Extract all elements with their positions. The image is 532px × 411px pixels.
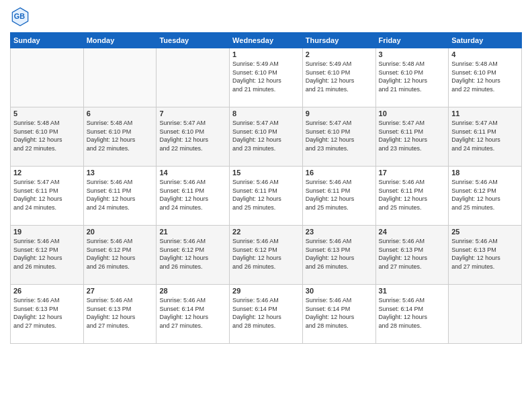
calendar-cell: [157, 48, 230, 107]
day-number: 12: [13, 169, 81, 177]
calendar-cell: 20Sunrise: 5:46 AM Sunset: 6:12 PM Dayli…: [83, 226, 157, 285]
calendar-cell: 10Sunrise: 5:47 AM Sunset: 6:11 PM Dayli…: [375, 107, 449, 167]
calendar-week-4: 19Sunrise: 5:46 AM Sunset: 6:12 PM Dayli…: [11, 226, 522, 285]
day-number: 29: [232, 287, 300, 295]
day-number: 3: [379, 50, 446, 58]
day-number: 21: [159, 228, 226, 236]
day-info: Sunrise: 5:46 AM Sunset: 6:13 PM Dayligh…: [306, 237, 373, 271]
logo: GB: [10, 7, 33, 27]
weekday-header-tuesday: Tuesday: [157, 33, 230, 48]
day-info: Sunrise: 5:46 AM Sunset: 6:14 PM Dayligh…: [379, 296, 446, 330]
calendar-week-3: 12Sunrise: 5:47 AM Sunset: 6:11 PM Dayli…: [11, 167, 522, 226]
day-number: 1: [232, 50, 300, 58]
calendar-cell: 11Sunrise: 5:47 AM Sunset: 6:11 PM Dayli…: [449, 107, 522, 167]
day-number: 27: [87, 287, 154, 295]
day-info: Sunrise: 5:46 AM Sunset: 6:12 PM Dayligh…: [232, 237, 300, 271]
day-info: Sunrise: 5:47 AM Sunset: 6:10 PM Dayligh…: [232, 119, 300, 152]
day-number: 20: [87, 228, 154, 236]
day-info: Sunrise: 5:46 AM Sunset: 6:11 PM Dayligh…: [379, 178, 446, 212]
day-number: 19: [13, 228, 81, 236]
calendar-cell: 8Sunrise: 5:47 AM Sunset: 6:10 PM Daylig…: [230, 107, 303, 167]
calendar-table: SundayMondayTuesdayWednesdayThursdayFrid…: [10, 32, 522, 344]
calendar-cell: 14Sunrise: 5:46 AM Sunset: 6:11 PM Dayli…: [157, 167, 230, 226]
day-number: 2: [306, 50, 373, 58]
day-number: 30: [306, 287, 373, 295]
weekday-header-saturday: Saturday: [449, 33, 522, 48]
page: GB SundayMondayTuesdayWednesdayThursdayF…: [0, 0, 532, 411]
logo-icon: GB: [10, 7, 30, 27]
weekday-header-wednesday: Wednesday: [230, 33, 303, 48]
weekday-header-sunday: Sunday: [11, 33, 84, 48]
calendar-cell: [83, 48, 157, 107]
day-number: 14: [159, 169, 226, 177]
day-number: 6: [87, 109, 154, 118]
day-info: Sunrise: 5:46 AM Sunset: 6:11 PM Dayligh…: [159, 178, 226, 212]
day-info: Sunrise: 5:47 AM Sunset: 6:11 PM Dayligh…: [451, 119, 519, 152]
calendar-cell: 16Sunrise: 5:46 AM Sunset: 6:11 PM Dayli…: [302, 167, 375, 226]
day-info: Sunrise: 5:46 AM Sunset: 6:14 PM Dayligh…: [232, 296, 300, 330]
day-info: Sunrise: 5:47 AM Sunset: 6:10 PM Dayligh…: [159, 119, 226, 152]
day-info: Sunrise: 5:46 AM Sunset: 6:12 PM Dayligh…: [13, 237, 81, 271]
svg-text:GB: GB: [14, 12, 25, 20]
day-number: 5: [13, 109, 81, 118]
day-info: Sunrise: 5:48 AM Sunset: 6:10 PM Dayligh…: [451, 60, 519, 93]
calendar-cell: 22Sunrise: 5:46 AM Sunset: 6:12 PM Dayli…: [230, 226, 303, 285]
calendar-cell: 3Sunrise: 5:48 AM Sunset: 6:10 PM Daylig…: [375, 48, 449, 107]
calendar-cell: 29Sunrise: 5:46 AM Sunset: 6:14 PM Dayli…: [230, 285, 303, 344]
calendar-cell: 6Sunrise: 5:48 AM Sunset: 6:10 PM Daylig…: [83, 107, 157, 167]
day-number: 15: [232, 169, 300, 177]
day-info: Sunrise: 5:46 AM Sunset: 6:11 PM Dayligh…: [306, 178, 373, 212]
calendar-week-1: 1Sunrise: 5:49 AM Sunset: 6:10 PM Daylig…: [11, 48, 522, 107]
calendar-week-5: 26Sunrise: 5:46 AM Sunset: 6:13 PM Dayli…: [11, 285, 522, 344]
calendar-cell: 25Sunrise: 5:46 AM Sunset: 6:13 PM Dayli…: [449, 226, 522, 285]
calendar-cell: 15Sunrise: 5:46 AM Sunset: 6:11 PM Dayli…: [230, 167, 303, 226]
weekday-header-monday: Monday: [83, 33, 157, 48]
weekday-header-thursday: Thursday: [302, 33, 375, 48]
weekday-row: SundayMondayTuesdayWednesdayThursdayFrid…: [11, 33, 522, 48]
day-number: 9: [306, 109, 373, 118]
calendar-body: 1Sunrise: 5:49 AM Sunset: 6:10 PM Daylig…: [11, 48, 522, 344]
calendar-cell: 9Sunrise: 5:47 AM Sunset: 6:10 PM Daylig…: [302, 107, 375, 167]
calendar-cell: 27Sunrise: 5:46 AM Sunset: 6:13 PM Dayli…: [83, 285, 157, 344]
calendar-cell: 13Sunrise: 5:46 AM Sunset: 6:11 PM Dayli…: [83, 167, 157, 226]
day-number: 16: [306, 169, 373, 177]
day-number: 8: [232, 109, 300, 118]
day-number: 18: [451, 169, 519, 177]
day-number: 4: [451, 50, 519, 58]
day-info: Sunrise: 5:49 AM Sunset: 6:10 PM Dayligh…: [306, 60, 373, 93]
day-number: 13: [87, 169, 154, 177]
day-number: 17: [379, 169, 446, 177]
calendar-cell: 1Sunrise: 5:49 AM Sunset: 6:10 PM Daylig…: [230, 48, 303, 107]
day-info: Sunrise: 5:46 AM Sunset: 6:13 PM Dayligh…: [87, 296, 154, 330]
calendar-cell: 21Sunrise: 5:46 AM Sunset: 6:12 PM Dayli…: [157, 226, 230, 285]
day-number: 31: [379, 287, 446, 295]
day-info: Sunrise: 5:48 AM Sunset: 6:10 PM Dayligh…: [13, 119, 81, 152]
day-number: 24: [379, 228, 446, 236]
calendar-cell: 24Sunrise: 5:46 AM Sunset: 6:13 PM Dayli…: [375, 226, 449, 285]
weekday-header-friday: Friday: [375, 33, 449, 48]
header: GB: [10, 7, 522, 27]
calendar-cell: 7Sunrise: 5:47 AM Sunset: 6:10 PM Daylig…: [157, 107, 230, 167]
calendar-cell: 12Sunrise: 5:47 AM Sunset: 6:11 PM Dayli…: [11, 167, 84, 226]
day-info: Sunrise: 5:46 AM Sunset: 6:12 PM Dayligh…: [451, 178, 519, 212]
day-info: Sunrise: 5:46 AM Sunset: 6:13 PM Dayligh…: [13, 296, 81, 330]
calendar-cell: 5Sunrise: 5:48 AM Sunset: 6:10 PM Daylig…: [11, 107, 84, 167]
day-info: Sunrise: 5:47 AM Sunset: 6:11 PM Dayligh…: [13, 178, 81, 212]
calendar-cell: 2Sunrise: 5:49 AM Sunset: 6:10 PM Daylig…: [302, 48, 375, 107]
calendar-cell: 19Sunrise: 5:46 AM Sunset: 6:12 PM Dayli…: [11, 226, 84, 285]
day-info: Sunrise: 5:46 AM Sunset: 6:11 PM Dayligh…: [87, 178, 154, 212]
day-info: Sunrise: 5:46 AM Sunset: 6:14 PM Dayligh…: [306, 296, 373, 330]
day-number: 26: [13, 287, 81, 295]
day-info: Sunrise: 5:48 AM Sunset: 6:10 PM Dayligh…: [379, 60, 446, 93]
calendar-header: SundayMondayTuesdayWednesdayThursdayFrid…: [11, 33, 522, 48]
day-number: 23: [306, 228, 373, 236]
day-info: Sunrise: 5:46 AM Sunset: 6:13 PM Dayligh…: [451, 237, 519, 271]
day-info: Sunrise: 5:47 AM Sunset: 6:11 PM Dayligh…: [379, 119, 446, 152]
calendar-cell: [11, 48, 84, 107]
calendar-week-2: 5Sunrise: 5:48 AM Sunset: 6:10 PM Daylig…: [11, 107, 522, 167]
day-number: 11: [451, 109, 519, 118]
calendar-cell: 17Sunrise: 5:46 AM Sunset: 6:11 PM Dayli…: [375, 167, 449, 226]
day-info: Sunrise: 5:49 AM Sunset: 6:10 PM Dayligh…: [232, 60, 300, 93]
day-number: 10: [379, 109, 446, 118]
day-number: 7: [159, 109, 226, 118]
